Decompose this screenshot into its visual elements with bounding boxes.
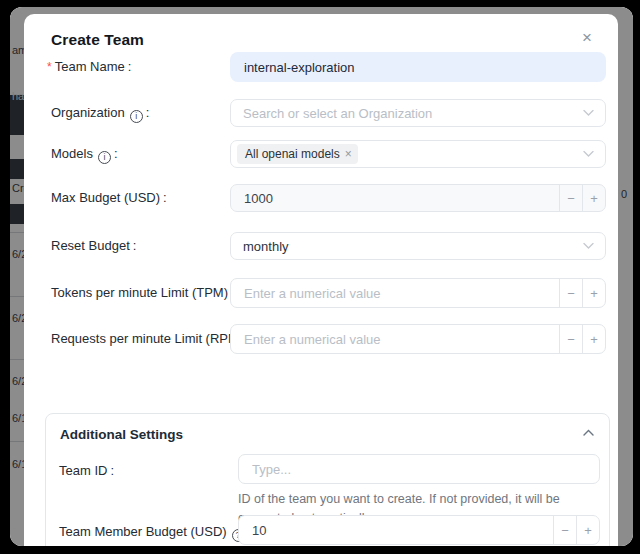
modal-title: Create Team bbox=[51, 31, 144, 49]
team-id-label: Team ID: bbox=[59, 463, 114, 478]
team-name-control bbox=[230, 52, 606, 82]
team-member-budget-stepper: − + bbox=[238, 515, 600, 545]
rpm-stepper: − + bbox=[230, 324, 606, 354]
rpm-label: Requests per minute Limit (RPM): bbox=[51, 331, 250, 346]
organization-placeholder: Search or select an Organization bbox=[243, 106, 432, 121]
organization-control: Search or select an Organization bbox=[230, 99, 606, 127]
tag-close-icon[interactable]: × bbox=[345, 147, 352, 161]
reset-budget-value: monthly bbox=[243, 239, 289, 254]
minus-icon[interactable]: − bbox=[553, 516, 576, 544]
model-tag-label: All openai models bbox=[245, 147, 340, 161]
plus-icon[interactable]: + bbox=[582, 279, 605, 307]
close-icon[interactable]: × bbox=[576, 27, 598, 49]
info-icon[interactable]: i bbox=[98, 151, 111, 164]
reset-budget-control: monthly bbox=[230, 232, 606, 260]
chevron-down-icon bbox=[583, 151, 594, 158]
additional-settings-section: Additional Settings Team ID: ID of the t… bbox=[45, 413, 610, 546]
info-icon[interactable]: i bbox=[130, 110, 143, 123]
team-member-budget-label: Team Member Budget (USD)?: bbox=[59, 524, 251, 542]
chevron-down-icon bbox=[583, 243, 594, 250]
tpm-stepper: − + bbox=[230, 278, 606, 308]
chevron-up-icon[interactable] bbox=[583, 429, 594, 436]
minus-icon[interactable]: − bbox=[559, 325, 582, 353]
create-team-modal: Create Team × *Team Name: Organizationi:… bbox=[24, 14, 618, 546]
model-tag: All openai models × bbox=[237, 144, 358, 164]
models-label: Modelsi: bbox=[51, 146, 118, 164]
organization-label: Organizationi: bbox=[51, 105, 149, 123]
required-marker: * bbox=[47, 60, 52, 74]
additional-settings-title: Additional Settings bbox=[60, 427, 183, 442]
max-budget-label: Max Budget (USD): bbox=[51, 190, 167, 205]
models-multiselect[interactable]: All openai models × bbox=[230, 140, 606, 168]
team-name-label: *Team Name: bbox=[47, 59, 131, 74]
team-member-budget-input[interactable] bbox=[239, 516, 553, 544]
chevron-down-icon bbox=[583, 110, 594, 117]
plus-icon[interactable]: + bbox=[582, 185, 605, 211]
models-control: All openai models × bbox=[230, 140, 606, 168]
organization-select[interactable]: Search or select an Organization bbox=[230, 99, 606, 127]
tpm-label: Tokens per minute Limit (TPM): bbox=[51, 285, 235, 300]
plus-icon[interactable]: + bbox=[582, 325, 605, 353]
reset-budget-label: Reset Budget: bbox=[51, 238, 136, 253]
tpm-input[interactable] bbox=[231, 279, 559, 307]
team-name-input[interactable] bbox=[230, 52, 606, 82]
rpm-control: − + bbox=[230, 324, 606, 354]
app-window: am har Cre 6/2 6/2 6/2 6/1 6/1 0 Create … bbox=[10, 7, 633, 546]
max-budget-stepper: − + bbox=[230, 184, 606, 212]
minus-icon[interactable]: − bbox=[559, 185, 582, 211]
team-id-input[interactable] bbox=[238, 454, 600, 484]
max-budget-input[interactable] bbox=[231, 185, 559, 211]
reset-budget-select[interactable]: monthly bbox=[230, 232, 606, 260]
minus-icon[interactable]: − bbox=[559, 279, 582, 307]
team-id-control bbox=[238, 454, 600, 484]
max-budget-control: − + bbox=[230, 184, 606, 212]
tpm-control: − + bbox=[230, 278, 606, 308]
rpm-input[interactable] bbox=[231, 325, 559, 353]
plus-icon[interactable]: + bbox=[576, 516, 599, 544]
team-member-budget-control: − + bbox=[238, 515, 600, 545]
